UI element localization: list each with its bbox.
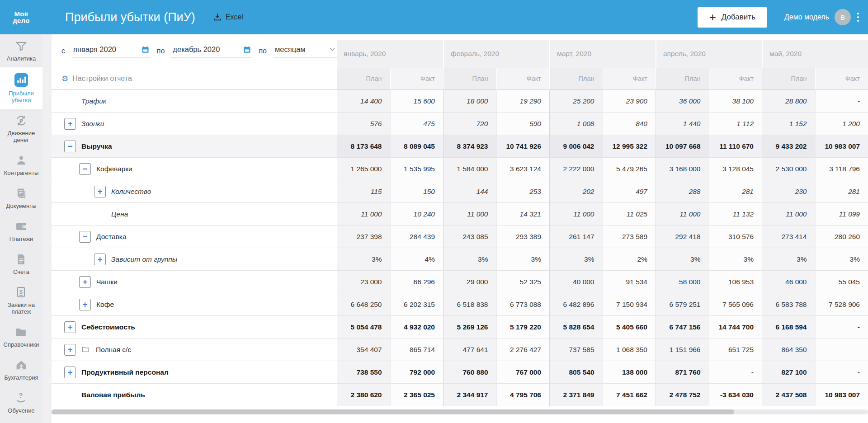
- plan-value-cell: 827 100: [762, 361, 815, 383]
- collapse-row-button[interactable]: −: [64, 141, 76, 152]
- fact-column-header: Факт: [709, 68, 762, 89]
- month-header: май, 2020: [762, 34, 868, 68]
- period-select[interactable]: месяцам: [273, 45, 337, 57]
- month-header: апрель, 2020: [656, 34, 762, 68]
- excel-export-button[interactable]: Excel: [212, 12, 243, 22]
- sidebar-item-invoices[interactable]: Счета: [0, 248, 42, 281]
- plan-value-cell: 14 400: [337, 89, 390, 112]
- plan-value-cell: 6 168 594: [762, 315, 815, 338]
- page-title: Прибыли убытки (ПиУ): [65, 10, 195, 24]
- sidebar-item-label: Платежи: [9, 235, 33, 242]
- plan-value-cell: 737 585: [549, 338, 603, 361]
- fact-value-cell: 281: [815, 180, 868, 202]
- invoices-icon: [14, 253, 28, 266]
- plan-value-cell: 28 800: [762, 89, 815, 112]
- row-label-cell: +Себестоимость: [52, 315, 337, 338]
- plan-value-cell: 243 085: [443, 225, 496, 248]
- plan-value-cell: 6 583 788: [762, 293, 815, 315]
- kebab-menu-icon[interactable]: [857, 13, 859, 22]
- report-area: с января 2020 по декабрь 2020 по месяцам…: [52, 34, 868, 423]
- topbar: Моё дело Прибыли убытки (ПиУ) Excel + До…: [0, 0, 868, 34]
- profit-loss-icon: [14, 72, 29, 88]
- fact-value-cell: -: [815, 89, 868, 112]
- plan-value-cell: 9 006 042: [549, 135, 603, 157]
- content-gutter: [42, 34, 52, 423]
- sidebar-item-label: Заявки на платеж: [1, 301, 41, 315]
- expand-row-button[interactable]: +: [64, 321, 76, 333]
- plan-value-cell: 11 000: [337, 202, 390, 225]
- fact-value-cell: 590: [496, 112, 550, 135]
- row-label-cell: +Продуктивный персонал: [52, 361, 337, 383]
- fact-value-cell: 10 983 007: [815, 135, 868, 157]
- report-settings-label: Настройки отчета: [72, 75, 132, 83]
- add-button[interactable]: + Добавить: [698, 7, 767, 28]
- row-label: Полная с/с: [96, 346, 131, 354]
- sidebar-item-label: Документы: [6, 202, 36, 209]
- fact-value-cell: 7 451 662: [603, 383, 656, 406]
- from-label: с: [61, 47, 65, 55]
- fact-value-cell: 2%: [603, 248, 656, 270]
- plan-value-cell: 10 097 668: [656, 135, 709, 157]
- fact-value-cell: 5 179 220: [496, 315, 550, 338]
- fact-value-cell: 280 260: [815, 225, 868, 248]
- app-logo[interactable]: Моё дело: [0, 10, 42, 24]
- avatar: B: [835, 9, 851, 25]
- sidebar-item-label: Контрагенты: [4, 169, 39, 176]
- fact-value-cell: -3 634 030: [709, 383, 762, 406]
- plan-value-cell: 202: [549, 180, 603, 202]
- row-label-cell: +Количество: [52, 180, 337, 202]
- sidebar-item-profit-loss[interactable]: Прибыли убытки: [0, 67, 42, 109]
- plan-value-cell: 5 828 654: [549, 315, 603, 338]
- sidebar-item-payments[interactable]: Платежи: [0, 215, 42, 248]
- expand-row-button[interactable]: +: [64, 367, 76, 378]
- fact-value-cell: 138 000: [603, 361, 656, 383]
- logo-line2: дело: [0, 17, 42, 24]
- plan-value-cell: 273 414: [762, 225, 815, 248]
- expand-row-button[interactable]: +: [94, 254, 106, 265]
- fact-value-cell: 19 290: [496, 89, 550, 112]
- sidebar-item-accounting[interactable]: Бухгалтерия: [0, 353, 42, 386]
- sidebar: Аналитика Прибыли убытки ₽Движение денег…: [0, 34, 42, 423]
- collapse-row-button[interactable]: −: [79, 163, 91, 175]
- plus-icon: +: [709, 13, 716, 22]
- sidebar-item-education[interactable]: ? Обучение: [0, 386, 42, 419]
- fact-value-cell: 55 045: [815, 270, 868, 293]
- expand-row-button[interactable]: +: [79, 276, 91, 288]
- plan-column-header: План: [656, 68, 709, 89]
- account-menu[interactable]: Демо модель B: [784, 9, 851, 25]
- pnl-table: с января 2020 по декабрь 2020 по месяцам…: [52, 34, 868, 406]
- account-label: Демо модель: [784, 13, 829, 21]
- plan-value-cell: 292 418: [656, 225, 709, 248]
- sidebar-item-payment-requests[interactable]: $ Заявки на платеж: [0, 281, 42, 320]
- fact-value-cell: 2 276 427: [496, 338, 550, 361]
- date-from-field[interactable]: января 2020: [71, 45, 151, 57]
- fact-value-cell: 1 535 995: [390, 157, 443, 180]
- plan-value-cell: 288: [656, 180, 709, 202]
- horizontal-scrollbar-thumb[interactable]: [52, 409, 734, 414]
- expand-row-button[interactable]: +: [79, 299, 91, 310]
- sidebar-item-label: Прибыли убытки: [1, 90, 41, 103]
- sidebar-item-directories[interactable]: Справочники: [0, 320, 42, 353]
- row-label-cell: +Звонки: [52, 112, 337, 135]
- payment-requests-icon: $: [14, 286, 28, 299]
- plan-column-header: План: [549, 68, 603, 89]
- sidebar-item-cashflow[interactable]: ₽Движение денег: [0, 109, 42, 149]
- horizontal-scrollbar[interactable]: [52, 409, 868, 414]
- fact-value-cell: 150: [390, 180, 443, 202]
- expand-row-button[interactable]: +: [64, 118, 76, 130]
- date-to-field[interactable]: декабрь 2020: [171, 45, 252, 57]
- row-label: Цена: [111, 210, 128, 218]
- report-settings-button[interactable]: ⚙ Настройки отчета: [52, 68, 337, 89]
- collapse-row-button[interactable]: −: [79, 231, 91, 243]
- fact-value-cell: 3%: [496, 248, 550, 270]
- sidebar-item-contractors[interactable]: Контрагенты: [0, 149, 42, 182]
- sidebar-item-documents[interactable]: Документы: [0, 182, 42, 215]
- contractors-icon: [14, 154, 28, 167]
- expand-row-button[interactable]: +: [64, 344, 76, 356]
- plan-value-cell: 5 054 478: [337, 315, 390, 338]
- sidebar-item-analytics[interactable]: Аналитика: [0, 34, 42, 67]
- sidebar-item-label: Бухгалтерия: [4, 374, 38, 381]
- education-icon: ?: [14, 391, 28, 405]
- plan-value-cell: 11 000: [762, 202, 815, 225]
- expand-row-button[interactable]: +: [94, 186, 106, 197]
